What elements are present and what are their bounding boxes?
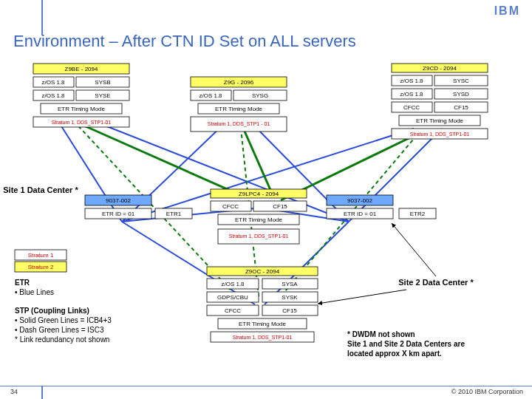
svg-line-7 <box>349 129 442 222</box>
svg-text:ETR Timing Mode: ETR Timing Mode <box>239 321 287 327</box>
svg-text:Stratum 2: Stratum 2 <box>28 264 54 270</box>
copyright: © 2010 IBM Corporation <box>451 388 523 395</box>
ibm-logo: IBM <box>494 4 520 18</box>
svg-text:Z9OC - 2094: Z9OC - 2094 <box>245 268 280 275</box>
svg-text:Z9LPC4 - 2094: Z9LPC4 - 2094 <box>239 191 279 197</box>
svg-text:SYSK: SYSK <box>282 294 298 301</box>
svg-text:ETR ID = 01: ETR ID = 01 <box>102 211 135 217</box>
svg-text:SYSE: SYSE <box>95 92 110 99</box>
svg-text:• Blue Lines: • Blue Lines <box>15 288 54 296</box>
svg-text:z/OS 1.8: z/OS 1.8 <box>221 281 245 287</box>
svg-text:CFCC: CFCC <box>225 307 241 314</box>
footer: 34 © 2010 IBM Corporation <box>0 386 532 398</box>
svg-text:* Link redundancy not shown: * Link redundancy not shown <box>15 335 109 344</box>
svg-text:CF15: CF15 <box>454 104 468 111</box>
svg-text:CF15: CF15 <box>282 307 297 314</box>
svg-text:z/OS 1.8: z/OS 1.8 <box>400 91 423 98</box>
svg-text:SYSB: SYSB <box>95 79 110 86</box>
svg-text:ETR Timing Mode: ETR Timing Mode <box>215 106 263 112</box>
svg-text:z/OS 1.8: z/OS 1.8 <box>199 92 222 99</box>
svg-text:ETR Timing Mode: ETR Timing Mode <box>416 117 464 124</box>
svg-text:CF15: CF15 <box>273 203 287 210</box>
svg-text:ETR: ETR <box>15 279 30 287</box>
svg-text:Stratum 1: Stratum 1 <box>28 252 54 259</box>
svg-text:ETR ID = 01: ETR ID = 01 <box>344 211 377 217</box>
svg-line-1 <box>122 123 225 222</box>
svg-text:CFCC: CFCC <box>403 104 420 111</box>
site1-label: Site 1 Data Center * <box>3 185 78 194</box>
9037-right: 9037-002 ETR ID = 01 ETR2 <box>327 195 436 219</box>
svg-text:ETR2: ETR2 <box>410 211 426 217</box>
z9be-box: Z9BE - 2094 z/OS 1.8 SYSB z/OS 1.8 SYSE … <box>33 64 129 127</box>
svg-text:Z9CD - 2094: Z9CD - 2094 <box>423 65 457 72</box>
svg-text:SYSD: SYSD <box>453 91 469 98</box>
svg-text:SYSC: SYSC <box>453 78 469 84</box>
svg-text:ETR Timing Mode: ETR Timing Mode <box>58 106 106 112</box>
svg-text:z/OS 1.8: z/OS 1.8 <box>41 79 65 86</box>
svg-text:located approx X km apart.: located approx X km apart. <box>347 349 442 358</box>
z9lpc4-box: Z9LPC4 - 2094 CFCC CF15 ETR Timing Mode … <box>211 189 307 244</box>
svg-text:Stratum 1, DDS_STP1 - 01: Stratum 1, DDS_STP1 - 01 <box>208 121 270 127</box>
svg-text:Stratum 1, DDS_STP1-01: Stratum 1, DDS_STP1-01 <box>233 335 293 341</box>
svg-text:9037-002: 9037-002 <box>347 197 372 204</box>
svg-text:CFCC: CFCC <box>222 203 239 210</box>
svg-line-99 <box>318 290 406 304</box>
svg-text:• Dash Green Lines = ISC3: • Dash Green Lines = ISC3 <box>15 326 104 334</box>
legend-text: ETR • Blue Lines STP (Coupling Links) • … <box>15 279 112 344</box>
z9oc-box: Z9OC - 2094 z/OS 1.8 SYSA GDPS/CBU SYSK … <box>207 267 318 342</box>
svg-text:STP (Coupling Links): STP (Coupling Links) <box>15 307 89 315</box>
svg-text:* DWDM not shown: * DWDM not shown <box>347 330 415 338</box>
svg-text:ETR1: ETR1 <box>166 211 182 217</box>
svg-text:9037-002: 9037-002 <box>106 197 131 204</box>
svg-text:ETR Timing Mode: ETR Timing Mode <box>235 216 283 223</box>
svg-text:• Solid Green Lines = ICB4+3: • Solid Green Lines = ICB4+3 <box>15 316 112 324</box>
legend: Stratum 1 Stratum 2 <box>15 250 66 272</box>
svg-text:SYSA: SYSA <box>282 281 298 287</box>
svg-text:z/OS 1.8: z/OS 1.8 <box>41 92 65 99</box>
svg-text:Stratum 1, DDS_STP1-01: Stratum 1, DDS_STP1-01 <box>229 233 289 239</box>
svg-text:Z9G - 2096: Z9G - 2096 <box>224 79 254 86</box>
z9cd-box: Z9CD - 2094 z/OS 1.8 SYSC z/OS 1.8 SYSD … <box>392 64 488 139</box>
svg-text:Stratum 1, DDS_STP1-01: Stratum 1, DDS_STP1-01 <box>410 132 470 137</box>
svg-text:z/OS 1.8: z/OS 1.8 <box>400 78 423 84</box>
svg-text:Site 1 and Site 2 Data Centers: Site 1 and Site 2 Data Centers are <box>347 340 465 348</box>
svg-line-98 <box>392 223 436 276</box>
svg-text:Z9BE - 2094: Z9BE - 2094 <box>65 66 98 72</box>
z9g-box: Z9G - 2096 z/OS 1.8 SYSG ETR Timing Mode… <box>191 77 287 132</box>
note-text: * DWDM not shown Site 1 and Site 2 Data … <box>347 330 465 358</box>
svg-text:Stratum 1, DDS_STP1-01: Stratum 1, DDS_STP1-01 <box>52 120 112 126</box>
svg-text:SYSG: SYSG <box>252 92 268 99</box>
9037-left: 9037-002 ETR ID = 01 ETR1 <box>85 195 192 219</box>
svg-text:GDPS/CBU: GDPS/CBU <box>217 294 248 301</box>
page-number: 34 <box>10 388 18 395</box>
site2-label: Site 2 Data Center * <box>398 278 474 287</box>
topology-diagram: Z9BE - 2094 z/OS 1.8 SYSB z/OS 1.8 SYSE … <box>0 49 532 381</box>
